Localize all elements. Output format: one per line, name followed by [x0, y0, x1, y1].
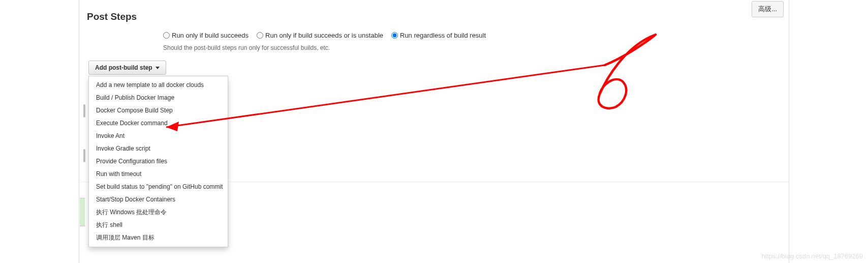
run-condition-radios: Run only if build succeeds Run only if b… [79, 32, 789, 39]
section-marker [83, 104, 85, 118]
dropdown-item[interactable]: 调用顶层 Maven 目标 [89, 231, 228, 244]
dropdown-item[interactable]: Invoke Ant [89, 130, 228, 142]
add-post-build-step-button[interactable]: Add post-build step [88, 61, 166, 75]
dropdown-item[interactable]: Execute Docker command [89, 117, 228, 130]
dropdown-item[interactable]: Provide Configuration files [89, 155, 228, 168]
radio-succeeds-unstable-label: Run only if build succeeds or is unstabl… [265, 32, 383, 39]
radio-regardless-input[interactable] [391, 32, 398, 39]
dropdown-item[interactable]: Set build status to "pending" on GitHub … [89, 181, 228, 193]
section-bar [80, 198, 85, 226]
dropdown-item[interactable]: 执行 shell [89, 219, 228, 231]
radio-succeeds-unstable-input[interactable] [257, 32, 263, 39]
dropdown-item[interactable]: Build / Publish Docker Image [89, 92, 228, 104]
chevron-down-icon [156, 67, 160, 69]
dropdown-item[interactable]: Run with timeout [89, 168, 228, 181]
dropdown-item[interactable]: Add a new template to all docker clouds [89, 79, 228, 92]
add-step-dropdown-wrap: Add post-build step Add a new template t… [88, 61, 789, 75]
dropdown-item[interactable]: Start/Stop Docker Containers [89, 193, 228, 206]
section-title: Post Steps [79, 0, 789, 32]
radio-succeeds-unstable[interactable]: Run only if build succeeds or is unstabl… [257, 32, 383, 39]
dropdown-item[interactable]: 执行 Windows 批处理命令 [89, 206, 228, 219]
dropdown-item[interactable]: Docker Compose Build Step [89, 104, 228, 117]
advanced-button-wrap: 高级... [752, 1, 784, 17]
radio-succeeds[interactable]: Run only if build succeeds [163, 32, 249, 39]
radio-regardless-label: Run regardless of build result [400, 32, 486, 39]
radio-succeeds-label: Run only if build succeeds [172, 32, 249, 39]
run-condition-help: Should the post-build steps run only for… [79, 39, 789, 51]
radio-succeeds-input[interactable] [163, 32, 170, 39]
dropdown-item[interactable]: Invoke Gradle script [89, 142, 228, 155]
section-marker [83, 149, 85, 162]
config-panel: 高级... Post Steps Run only if build succe… [79, 0, 789, 263]
advanced-button[interactable]: 高级... [752, 1, 784, 17]
add-post-build-step-label: Add post-build step [95, 64, 152, 71]
watermark: https://blog.csdn.net/qq_18769269 [762, 252, 863, 260]
add-step-dropdown-menu: Add a new template to all docker cloudsB… [88, 76, 228, 247]
radio-regardless[interactable]: Run regardless of build result [391, 32, 486, 39]
